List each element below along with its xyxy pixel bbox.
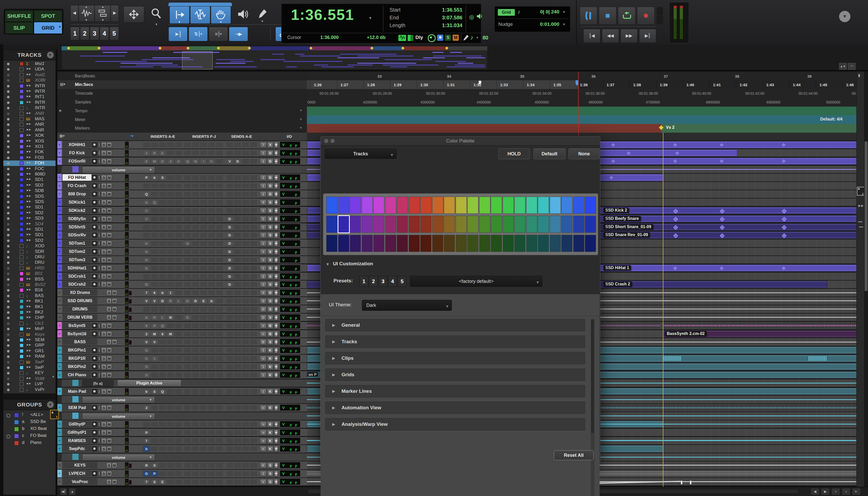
zoomer-tool-button[interactable]: ▼	[146, 6, 166, 26]
timeline-insertion-icon[interactable]: ⬆	[857, 73, 861, 78]
io-fader-icon[interactable]	[274, 232, 279, 238]
io-fader-icon[interactable]	[274, 191, 279, 197]
input-monitor-button[interactable]: ⎮	[98, 233, 101, 238]
io-input-chip[interactable]: S	[260, 298, 267, 304]
insert-f-j-slot[interactable]	[208, 446, 215, 452]
sidebar-item-ANR[interactable]: ►►ANR	[3, 122, 56, 127]
send-a-e-slot[interactable]	[242, 233, 249, 238]
insert-a-e-slot[interactable]	[159, 241, 166, 246]
insert-a-e-slot[interactable]	[167, 142, 174, 148]
insert-a-e-assignment[interactable]: M	[151, 331, 158, 337]
insert-f-j-slot[interactable]	[208, 356, 215, 361]
pause-button[interactable]	[580, 7, 597, 25]
insert-a-e-slot[interactable]	[167, 405, 174, 410]
scroll-up-button[interactable]: ▲	[69, 488, 76, 495]
send-a-e-assignment[interactable]: D	[226, 274, 233, 279]
fx-slot-label[interactable]: (fx a)	[82, 380, 114, 387]
insert-a-e-assignment[interactable]: 2	[143, 405, 150, 410]
show-hide-dot[interactable]	[7, 328, 10, 330]
automation-mode-box[interactable]: Vpp	[280, 298, 300, 304]
io-input-chip[interactable]: D	[260, 306, 267, 312]
io-fader-icon[interactable]	[274, 314, 279, 321]
insert-a-e-slot[interactable]	[151, 438, 158, 444]
insert-f-j-slot[interactable]	[192, 216, 199, 222]
color-swatch[interactable]	[503, 197, 514, 214]
io-fader-icon[interactable]	[274, 249, 279, 255]
io-fader-icon[interactable]	[274, 347, 279, 353]
insert-f-j-slot[interactable]	[216, 446, 223, 452]
insert-f-j-slot[interactable]	[192, 331, 199, 337]
record-enable-button[interactable]	[92, 233, 97, 238]
insert-a-e-assignment[interactable]: b	[143, 266, 150, 271]
track-color-chip[interactable]	[20, 90, 24, 93]
show-hide-dot[interactable]	[7, 334, 10, 336]
sidebar-item-FOS[interactable]: ►►FOS	[3, 155, 56, 160]
track-color-chip[interactable]	[20, 139, 24, 143]
ruler-label-Timecode[interactable]: Timecode	[57, 89, 307, 98]
color-swatch[interactable]	[456, 197, 467, 214]
grabber-tool-button[interactable]: ▼	[211, 6, 231, 24]
automation-mode-box[interactable]: Vp	[280, 232, 300, 238]
io-output-chip[interactable]: B	[267, 331, 273, 337]
io-fader-icon[interactable]	[274, 339, 279, 345]
insert-a-e-slot[interactable]	[167, 266, 174, 271]
io-fader-icon[interactable]	[274, 274, 279, 279]
send-a-e-slot[interactable]	[250, 183, 257, 189]
mute-button[interactable]: M	[107, 175, 112, 181]
send-a-e-slot[interactable]	[242, 356, 249, 361]
send-a-e-slot[interactable]	[242, 323, 249, 328]
insert-f-j-slot[interactable]	[216, 331, 223, 337]
show-hide-dot[interactable]	[7, 355, 10, 358]
track-color-chip[interactable]	[20, 327, 24, 331]
io-fader-icon[interactable]	[274, 331, 279, 337]
main-counter-dropdown-icon[interactable]: ▼	[369, 16, 372, 20]
track-row-SDTom3[interactable]: ▼SDTom3⎮SMbD1SVp	[57, 256, 307, 264]
io-input-chip[interactable]: 1	[260, 265, 267, 271]
show-hide-dot[interactable]	[7, 344, 10, 347]
send-a-e-slot[interactable]	[226, 438, 233, 444]
insert-a-e-slot[interactable]	[175, 266, 182, 271]
track-collapse-chip[interactable]: ▼	[57, 289, 62, 296]
insert-f-j-slot[interactable]	[200, 389, 207, 394]
io-input-chip[interactable]: 1	[260, 191, 267, 197]
sidebar-item-B01[interactable]: ШB01	[3, 271, 56, 276]
automation-type-dropdown[interactable]: volume▼	[82, 454, 155, 461]
track-collapse-chip[interactable]: ▼	[57, 322, 62, 329]
insert-f-j-slot[interactable]	[208, 315, 215, 320]
insert-a-e-slot[interactable]	[175, 347, 182, 353]
insert-f-j-slot[interactable]	[192, 233, 199, 238]
record-enable-button[interactable]	[92, 323, 97, 328]
apply-to-dropdown[interactable]: Tracks▼	[325, 149, 396, 159]
send-a-e-slot[interactable]	[242, 389, 249, 394]
show-hide-dot[interactable]	[7, 306, 10, 308]
track-row-SDHiHat1[interactable]: ▼SDHiHat1⎮SMbD1SVp	[57, 264, 307, 272]
insert-a-e-slot[interactable]	[167, 471, 174, 476]
solo-button[interactable]: S	[101, 405, 106, 410]
track-color-chip[interactable]	[20, 360, 24, 364]
automation-mode-box[interactable]: Vpp	[280, 347, 300, 353]
insert-f-j-slot[interactable]	[200, 323, 207, 328]
insert-f-j-assignment[interactable]: D	[184, 298, 191, 304]
insert-a-e-assignment[interactable]: C	[143, 356, 150, 361]
color-swatch[interactable]	[444, 235, 455, 252]
insert-a-e-assignment[interactable]: Q	[159, 389, 166, 394]
show-hide-dot[interactable]	[7, 179, 10, 181]
insert-a-e-assignment[interactable]: L	[159, 315, 166, 320]
track-color-chip[interactable]	[20, 299, 24, 303]
record-enable-button[interactable]	[92, 274, 97, 279]
track-row-XO Drums[interactable]: ▼XO DrumsSM76b1XDVpp	[57, 289, 307, 296]
insert-a-e-slot[interactable]	[159, 307, 166, 312]
io-input-chip[interactable]: n	[260, 331, 267, 337]
mute-button[interactable]: M	[107, 372, 112, 378]
mute-button[interactable]: M	[107, 430, 112, 435]
insert-a-e-assignment[interactable]: 2	[143, 216, 150, 222]
automation-mode-box[interactable]: Vpp	[280, 339, 300, 345]
send-a-e-slot[interactable]	[226, 298, 233, 304]
insert-f-j-slot[interactable]	[184, 233, 191, 238]
insert-f-j-slot[interactable]	[184, 405, 191, 410]
send-a-e-slot[interactable]	[250, 298, 257, 304]
insert-f-j-slot[interactable]	[192, 446, 199, 452]
show-hide-dot[interactable]	[7, 184, 10, 187]
sidebar-item-VxPr[interactable]: ↓VxPr	[3, 387, 56, 392]
sidebar-item-BK2[interactable]: ►►BK2	[3, 310, 56, 315]
